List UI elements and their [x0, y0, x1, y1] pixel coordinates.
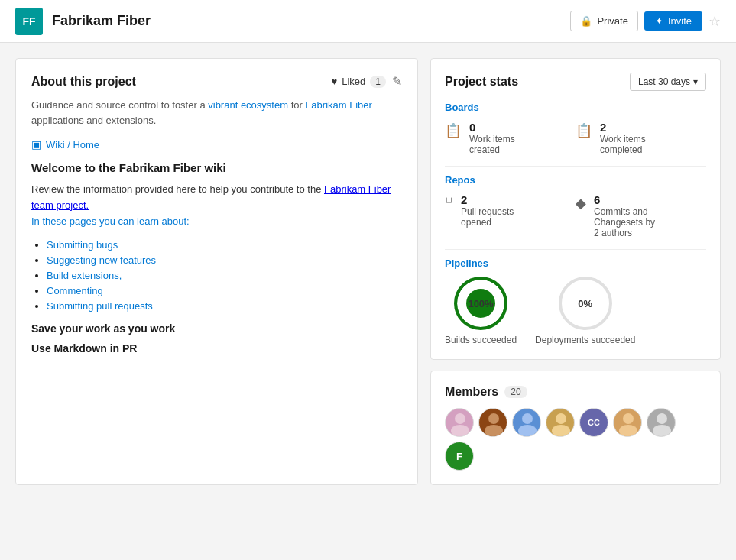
- pipelines-section-label: Pipelines: [445, 257, 706, 269]
- work-items-completed-count: 2: [600, 121, 646, 134]
- invite-label: Invite: [668, 15, 692, 27]
- member-avatar[interactable]: [445, 408, 474, 437]
- logo: FF: [15, 8, 43, 35]
- period-label: Last 30 days: [638, 76, 690, 87]
- svg-point-11: [653, 425, 671, 437]
- favorite-icon[interactable]: ☆: [708, 13, 721, 30]
- svg-point-7: [552, 425, 570, 437]
- invite-icon: ✦: [655, 15, 663, 27]
- deployments-donut: 0%: [559, 277, 612, 330]
- invite-button[interactable]: ✦ Invite: [644, 11, 702, 31]
- avatar-img: [479, 408, 507, 437]
- avatar-img: [513, 408, 540, 437]
- wiki-title: Welcome to the Fabrikam Fiber wiki: [31, 161, 402, 174]
- chevron-down-icon: ▾: [693, 76, 698, 87]
- pipelines-section: Pipelines 100% Builds succeeded 0% Deplo…: [445, 257, 706, 345]
- list-link-extensions[interactable]: Build extensions,: [47, 270, 122, 281]
- header-actions: 🔒 Private ✦ Invite ☆: [570, 11, 721, 31]
- svg-point-1: [451, 425, 469, 437]
- work-items-created-count: 0: [469, 121, 515, 134]
- members-panel: Members 20 CC: [430, 371, 721, 485]
- wiki-home-link[interactable]: ▣ Wiki / Home: [31, 138, 402, 151]
- member-avatar[interactable]: [613, 408, 642, 437]
- commits-icon: ◆: [576, 195, 586, 212]
- clipboard-icon: 📋: [445, 122, 462, 139]
- member-avatar[interactable]: F: [445, 442, 474, 471]
- stat-work-items-created: 📋 0 Work itemscreated: [445, 121, 576, 155]
- deployments-percent: 0%: [578, 298, 592, 309]
- member-avatar[interactable]: [512, 408, 541, 437]
- deployments-chart: 0% Deployments succeeded: [535, 277, 635, 345]
- repos-section-label: Repos: [445, 174, 706, 186]
- header: FF Fabrikam Fiber 🔒 Private ✦ Invite ☆: [0, 0, 736, 43]
- project-description: Guidance and source control to foster a …: [31, 98, 402, 128]
- list-item: Suggesting new features: [47, 254, 402, 266]
- right-panel: Project stats Last 30 days ▾ Boards 📋 0 …: [430, 58, 721, 485]
- svg-point-9: [619, 425, 637, 437]
- boards-section-label: Boards: [445, 102, 706, 113]
- about-panel-header: About this project ♥ Liked 1 ✎: [31, 74, 402, 89]
- svg-point-4: [522, 413, 533, 424]
- svg-point-5: [518, 425, 537, 437]
- pull-request-icon: ⑂: [445, 195, 453, 211]
- heart-icon: ♥: [332, 76, 338, 87]
- private-label: Private: [597, 15, 627, 27]
- like-button[interactable]: ♥ Liked 1: [332, 76, 386, 88]
- pull-requests-count: 2: [461, 193, 514, 206]
- svg-point-8: [623, 413, 634, 424]
- builds-chart: 100% Builds succeeded: [445, 277, 517, 345]
- svg-point-2: [488, 413, 499, 424]
- work-items-completed-label: Work itemscompleted: [600, 134, 646, 155]
- list-item: Submitting bugs: [47, 238, 402, 251]
- private-button[interactable]: 🔒 Private: [570, 11, 637, 31]
- lock-icon: 🔒: [580, 15, 592, 27]
- members-header: Members 20: [445, 385, 706, 399]
- wiki-link-label: Wiki / Home: [46, 139, 99, 151]
- list-item: Commenting: [47, 284, 402, 296]
- project-title: Fabrikam Fiber: [52, 13, 561, 29]
- markdown-label: Use Markdown in PR: [31, 342, 402, 354]
- list-link-commenting[interactable]: Commenting: [47, 285, 103, 296]
- commits-count: 6: [594, 193, 655, 206]
- members-avatars: CC F: [445, 408, 706, 471]
- list-link-features[interactable]: Suggesting new features: [47, 254, 156, 266]
- learn-about-link[interactable]: In these pages you can learn about:: [31, 215, 190, 227]
- wiki-description: Review the information provided here to …: [31, 182, 402, 229]
- avatar-img: [546, 408, 574, 437]
- avatar-img: [446, 408, 473, 437]
- wiki-icon: ▣: [31, 138, 41, 151]
- builds-donut: 100%: [454, 277, 507, 330]
- divider: [445, 166, 706, 167]
- edit-icon[interactable]: ✎: [392, 74, 402, 89]
- fabrikam-link[interactable]: Fabrikam Fiber: [305, 99, 371, 111]
- wiki-list: Submitting bugs Suggesting new features …: [31, 238, 402, 312]
- work-items-created-label: Work itemscreated: [469, 134, 515, 155]
- main-content: About this project ♥ Liked 1 ✎ Guidance …: [0, 43, 736, 500]
- stat-work-items-completed: 📋 2 Work itemscompleted: [576, 121, 706, 155]
- vibrant-link[interactable]: vibrant ecosystem: [208, 99, 288, 111]
- member-avatar[interactable]: [478, 408, 507, 437]
- svg-point-0: [455, 413, 465, 424]
- member-avatar[interactable]: CC: [579, 408, 608, 437]
- pipeline-charts: 100% Builds succeeded 0% Deployments suc…: [445, 277, 706, 345]
- list-item: Submitting pull requests: [47, 299, 402, 312]
- svg-point-6: [556, 413, 566, 424]
- builds-label: Builds succeeded: [445, 335, 517, 345]
- member-avatar[interactable]: [546, 408, 575, 437]
- stats-title: Project stats: [445, 75, 518, 89]
- member-avatar[interactable]: [647, 408, 676, 437]
- commits-label: Commits andChangesets by2 authors: [594, 206, 655, 238]
- about-panel: About this project ♥ Liked 1 ✎ Guidance …: [15, 58, 418, 485]
- list-link-pullrequests[interactable]: Submitting pull requests: [47, 300, 153, 312]
- about-title: About this project: [31, 75, 136, 89]
- liked-label: Liked: [342, 76, 365, 87]
- members-count: 20: [504, 386, 527, 398]
- stat-commits: ◆ 6 Commits andChangesets by2 authors: [576, 193, 706, 238]
- svg-point-3: [485, 425, 503, 437]
- list-link-bugs[interactable]: Submitting bugs: [47, 239, 118, 251]
- project-stats-panel: Project stats Last 30 days ▾ Boards 📋 0 …: [430, 58, 721, 360]
- builds-percent: 100%: [468, 298, 493, 309]
- avatar-img: [614, 408, 641, 437]
- period-selector[interactable]: Last 30 days ▾: [630, 73, 706, 91]
- boards-stats: 📋 0 Work itemscreated 📋 2 Work itemscomp…: [445, 121, 706, 155]
